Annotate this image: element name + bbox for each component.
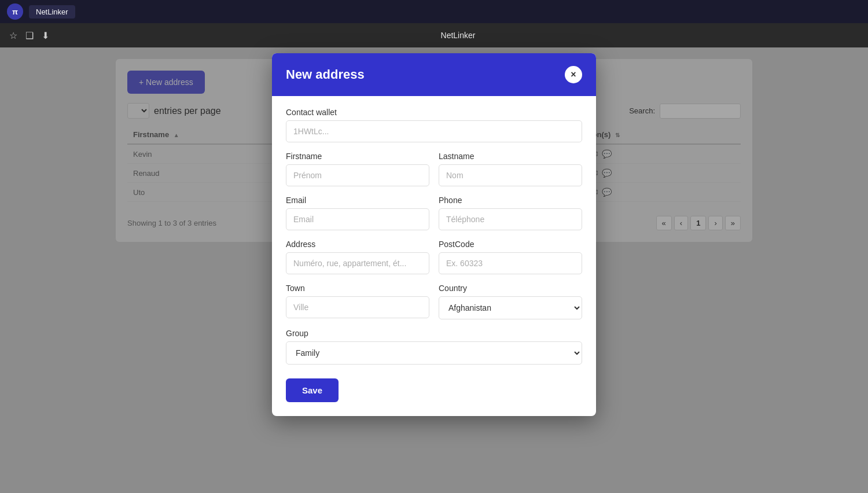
new-address-modal: New address × Contact wallet Firstname [272,53,596,416]
address-postcode-row: Address PostCode [286,240,582,274]
main-area: + New address entries per page Search: F… [0,47,868,493]
layers-icon[interactable]: ❑ [25,30,34,41]
phone-group: Phone [439,196,582,230]
name-row: Firstname Lastname [286,152,582,186]
modal-body: Contact wallet Firstname Lastname [272,96,596,416]
group-label: Group [286,329,582,338]
phone-input[interactable] [439,208,582,230]
star-icon[interactable]: ☆ [9,30,17,41]
firstname-label: Firstname [286,152,429,161]
postcode-label: PostCode [439,240,582,249]
firstname-input[interactable] [286,164,429,186]
email-label: Email [286,196,429,205]
firstname-group: Firstname [286,152,429,186]
lastname-input[interactable] [439,164,582,186]
country-select[interactable]: Afghanistan Albania Algeria France Germa… [439,296,582,319]
toolbar: ☆ ❑ ⬇ NetLinker [0,23,868,47]
app-logo: π [7,3,23,20]
group-select[interactable]: Family Friends Colleagues Work Other [286,341,582,365]
contact-wallet-group: Contact wallet [286,108,582,142]
address-label: Address [286,240,429,249]
modal-close-button[interactable]: × [565,66,582,83]
email-phone-row: Email Phone [286,196,582,230]
address-group: Address [286,240,429,274]
contact-wallet-label: Contact wallet [286,108,582,117]
download-icon[interactable]: ⬇ [42,30,49,41]
contact-wallet-input[interactable] [286,120,582,142]
country-group: Country Afghanistan Albania Algeria Fran… [439,284,582,319]
town-country-row: Town Country Afghanistan Albania Algeria… [286,284,582,319]
modal-overlay: New address × Contact wallet Firstname [0,47,868,493]
lastname-group: Lastname [439,152,582,186]
topbar: π NetLinker [0,0,868,23]
country-label: Country [439,284,582,293]
modal-header: New address × [272,53,596,96]
town-group: Town [286,284,429,319]
save-button[interactable]: Save [286,378,339,402]
town-input[interactable] [286,296,429,318]
group-group: Group Family Friends Colleagues Work Oth… [286,329,582,365]
phone-label: Phone [439,196,582,205]
email-group: Email [286,196,429,230]
toolbar-title: NetLinker [57,31,859,40]
town-label: Town [286,284,429,293]
email-input[interactable] [286,208,429,230]
postcode-group: PostCode [439,240,582,274]
lastname-label: Lastname [439,152,582,161]
postcode-input[interactable] [439,252,582,274]
app-name-tab[interactable]: NetLinker [29,5,75,19]
address-input[interactable] [286,252,429,274]
modal-title: New address [286,67,365,82]
